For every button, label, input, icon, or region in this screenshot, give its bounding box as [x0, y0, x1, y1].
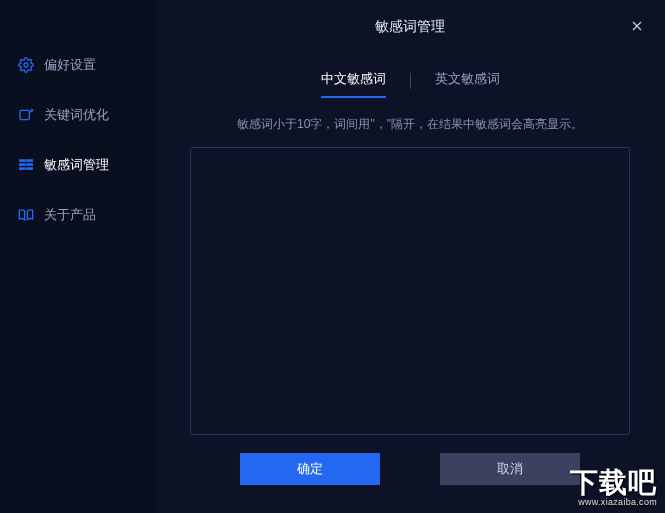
target-icon [18, 107, 34, 123]
list-icon [18, 157, 34, 173]
sidebar-item-label: 关键词优化 [44, 106, 109, 124]
svg-rect-5 [19, 164, 25, 166]
tab-divider [410, 73, 411, 89]
svg-rect-1 [20, 110, 29, 119]
sidebar-item-sensitive-words[interactable]: 敏感词管理 [0, 140, 155, 190]
gear-icon [18, 57, 34, 73]
tabs: 中文敏感词 英文敏感词 [155, 64, 665, 98]
svg-rect-3 [19, 160, 25, 162]
sidebar-item-label: 敏感词管理 [44, 156, 109, 174]
sidebar-item-keyword-optimize[interactable]: 关键词优化 [0, 90, 155, 140]
close-button[interactable] [627, 16, 647, 36]
sidebar-item-about[interactable]: 关于产品 [0, 190, 155, 240]
content-area: 确定 取消 [155, 147, 665, 513]
svg-rect-8 [27, 168, 33, 170]
tab-english-sensitive[interactable]: 英文敏感词 [415, 64, 520, 98]
cancel-button[interactable]: 取消 [440, 453, 580, 485]
sensitive-words-input[interactable] [191, 148, 629, 434]
svg-rect-6 [27, 164, 33, 166]
close-icon [629, 18, 645, 34]
tab-chinese-sensitive[interactable]: 中文敏感词 [301, 64, 406, 98]
svg-rect-4 [27, 160, 33, 162]
page-title: 敏感词管理 [375, 18, 445, 36]
button-row: 确定 取消 [190, 453, 630, 513]
textarea-container [190, 147, 630, 435]
svg-point-0 [24, 63, 28, 67]
sidebar-item-label: 关于产品 [44, 206, 96, 224]
book-icon [18, 207, 34, 223]
sidebar-item-label: 偏好设置 [44, 56, 96, 74]
header: 敏感词管理 [155, 0, 665, 46]
sidebar-item-preferences[interactable]: 偏好设置 [0, 40, 155, 90]
main-content: 敏感词管理 中文敏感词 英文敏感词 敏感词小于10字，词间用"，"隔开，在结果中… [155, 0, 665, 513]
hint-text: 敏感词小于10字，词间用"，"隔开，在结果中敏感词会高亮显示。 [155, 116, 665, 133]
svg-rect-7 [19, 168, 25, 170]
tab-label: 中文敏感词 [321, 71, 386, 86]
sidebar: 偏好设置 关键词优化 敏感词管理 [0, 0, 155, 513]
confirm-button[interactable]: 确定 [240, 453, 380, 485]
svg-point-2 [31, 110, 32, 111]
tab-label: 英文敏感词 [435, 71, 500, 86]
